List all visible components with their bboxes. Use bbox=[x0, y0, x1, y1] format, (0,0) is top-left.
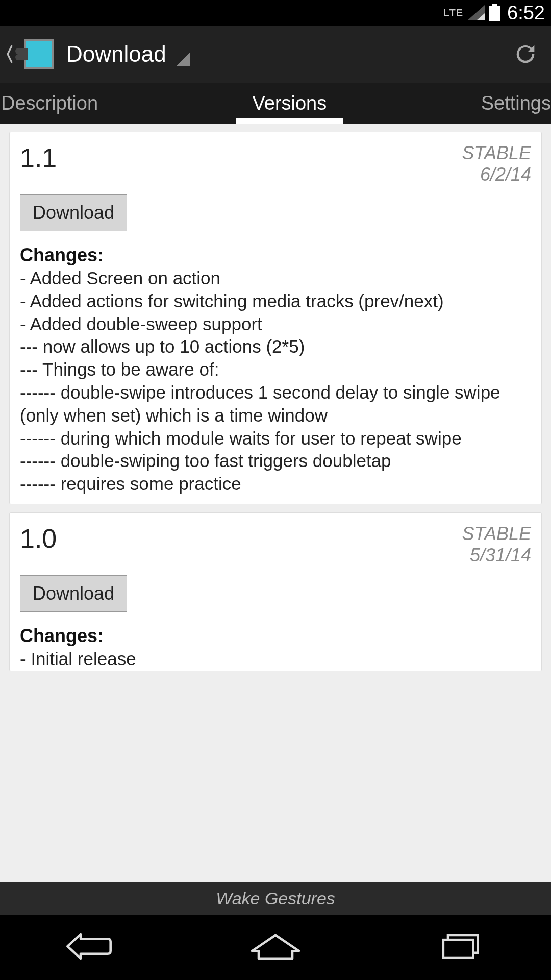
clock: 6:52 bbox=[507, 2, 545, 24]
recent-apps-icon bbox=[431, 931, 487, 962]
refresh-button[interactable] bbox=[505, 34, 546, 75]
tab-label: Description bbox=[1, 92, 98, 114]
status-badge: STABLE bbox=[462, 142, 531, 164]
versions-list[interactable]: 1.1 STABLE 6/2/14 Download Changes: - Ad… bbox=[0, 124, 551, 882]
network-type-label: LTE bbox=[443, 7, 463, 19]
action-bar: Download bbox=[0, 26, 551, 83]
nav-back-button[interactable] bbox=[64, 931, 120, 964]
tab-description[interactable]: Description bbox=[0, 83, 99, 124]
module-name-footer: Wake Gestures bbox=[0, 882, 551, 915]
tab-versions[interactable]: Versions bbox=[252, 83, 328, 124]
nav-home-button[interactable] bbox=[247, 931, 304, 964]
changes-body: - Initial release bbox=[20, 648, 531, 671]
dropdown-indicator-icon bbox=[177, 53, 190, 66]
tab-label: Settings bbox=[481, 92, 551, 114]
tab-bar: Description Versions Settings bbox=[0, 83, 551, 124]
version-number: 1.1 bbox=[20, 142, 57, 173]
status-bar: LTE 6:52 bbox=[0, 0, 551, 26]
tab-label: Versions bbox=[253, 92, 327, 114]
app-icon[interactable] bbox=[20, 36, 57, 72]
svg-rect-0 bbox=[443, 940, 473, 958]
version-number: 1.0 bbox=[20, 523, 57, 554]
back-icon[interactable] bbox=[0, 43, 18, 65]
status-badge: STABLE bbox=[462, 523, 531, 545]
nav-recent-button[interactable] bbox=[431, 931, 487, 964]
download-button[interactable]: Download bbox=[20, 194, 127, 231]
version-card: 1.0 STABLE 5/31/14 Download Changes: - I… bbox=[9, 512, 542, 671]
version-date: 5/31/14 bbox=[462, 545, 531, 566]
refresh-icon bbox=[512, 41, 539, 67]
system-nav-bar bbox=[0, 915, 551, 980]
version-card: 1.1 STABLE 6/2/14 Download Changes: - Ad… bbox=[9, 132, 542, 504]
version-date: 6/2/14 bbox=[462, 164, 531, 185]
home-icon bbox=[247, 931, 304, 962]
page-title: Download bbox=[66, 41, 166, 67]
changes-heading: Changes: bbox=[20, 625, 531, 647]
changes-heading: Changes: bbox=[20, 244, 531, 266]
signal-icon bbox=[467, 5, 485, 20]
tab-settings[interactable]: Settings bbox=[480, 83, 551, 124]
battery-icon bbox=[489, 4, 500, 21]
download-button[interactable]: Download bbox=[20, 575, 127, 612]
changes-body: - Added Screen on action - Added actions… bbox=[20, 267, 531, 496]
action-bar-title-dropdown[interactable]: Download bbox=[66, 41, 505, 67]
back-icon bbox=[64, 931, 120, 962]
